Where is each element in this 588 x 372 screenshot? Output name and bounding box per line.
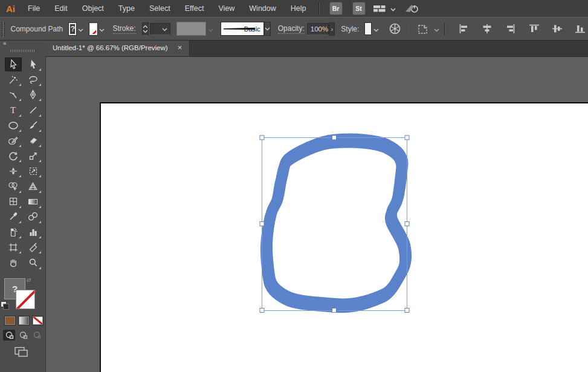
swap-fill-stroke-icon[interactable]: ⇄ [27,277,31,283]
fill-chevron-icon[interactable] [78,24,83,34]
paintbrush-tool[interactable] [25,119,42,132]
compound-path-artwork[interactable] [265,139,407,308]
pen-tool[interactable] [25,88,42,102]
menu-file[interactable]: File [21,4,47,13]
lasso-tool[interactable] [25,73,42,86]
pencil-tool[interactable] [5,134,22,148]
brush-chevron-button[interactable] [264,22,271,36]
hand-tool[interactable] [5,256,22,270]
type-tool[interactable]: T [5,103,22,117]
tools-panel-grip[interactable] [10,50,34,52]
bridge-button[interactable]: Br [329,2,343,15]
menu-window[interactable]: Window [242,4,283,13]
rotate-tool[interactable] [5,149,22,163]
selection-tool[interactable] [5,57,22,71]
column-graph-tool[interactable] [25,225,42,239]
line-segment-tool[interactable] [25,103,42,117]
menu-edit[interactable]: Edit [47,4,75,13]
opacity-panel-link[interactable]: Opacity: [278,24,305,34]
eyedropper-tool[interactable] [5,210,22,224]
isolate-chevron-icon[interactable] [434,24,439,34]
tab-close-icon[interactable]: × [178,44,183,51]
fill-color-swatch[interactable]: ? [69,23,76,35]
controlbar-separator-1 [409,23,410,35]
align-vertical-center-icon[interactable] [552,24,563,34]
canvas-area[interactable] [45,56,588,372]
artboard-tool[interactable] [5,240,22,254]
share-power-icon[interactable] [404,3,420,14]
draw-behind-button[interactable] [17,330,29,341]
style-label: Style: [341,25,359,33]
magic-wand-tool[interactable] [5,73,22,86]
opacity-arrow-button[interactable]: › [329,22,335,36]
align-group [456,24,588,34]
menu-help[interactable]: Help [283,4,314,13]
panel-collapse-icon[interactable]: « [3,40,6,47]
color-button[interactable] [4,316,16,325]
eraser-tool[interactable] [25,134,42,148]
align-vertical-top-icon[interactable] [529,24,540,34]
opacity-input[interactable]: 100% [307,23,329,35]
stroke-weight-stepper[interactable] [142,22,149,36]
svg-text:T: T [10,105,16,115]
shape-builder-tool[interactable] [5,180,22,194]
perspective-grid-tool[interactable] [25,180,42,194]
tool-grid: T [3,57,43,270]
slice-tool[interactable] [25,240,42,254]
isolate-object-icon[interactable] [416,23,430,35]
selection-type-label: Compound Path [11,25,63,33]
align-vertical-bottom-icon[interactable] [575,24,586,34]
fill-stroke-indicator: ? ⇄ [0,277,45,313]
workspace-switcher-icon[interactable] [373,4,386,13]
screen-mode-button[interactable] [13,346,29,361]
stroke-color-swatch[interactable] [89,23,97,35]
color-mode-row [4,316,44,325]
none-button[interactable] [32,316,44,325]
align-horizontal-center-icon[interactable] [482,24,493,34]
draw-normal-button[interactable] [3,330,15,341]
workspace-chevron-icon[interactable] [390,3,396,14]
ellipse-tool[interactable] [5,119,22,132]
free-transform-tool[interactable] [25,164,42,178]
gradient-tool[interactable] [25,195,42,209]
draw-inside-button[interactable] [31,330,43,341]
brush-definition-dropdown[interactable]: Basic [221,22,264,36]
default-fill-stroke-icon[interactable] [1,301,8,309]
scale-tool[interactable] [25,149,42,163]
document-tab-title: Untitled-1* @ 66.67% (RGB/Preview) [53,44,168,51]
menu-object[interactable]: Object [75,4,111,13]
direct-selection-tool[interactable] [25,57,42,71]
mesh-tool[interactable] [5,195,22,209]
stroke-chevron-icon[interactable] [99,24,105,34]
recolor-artwork-icon[interactable] [389,22,401,35]
artwork-layer[interactable] [45,56,588,372]
stroke-weight-dropdown[interactable] [150,23,171,35]
document-tab[interactable]: Untitled-1* @ 66.67% (RGB/Preview) × [45,39,190,56]
width-tool[interactable] [5,164,22,178]
fill-unknown-symbol: ? [71,25,75,33]
menu-view[interactable]: View [211,4,242,13]
drawing-modes-row [3,330,43,341]
style-chevron-icon[interactable] [373,24,379,34]
stock-button[interactable]: St [352,2,366,15]
zoom-tool[interactable] [25,256,42,270]
curvature-tool[interactable] [5,88,22,102]
align-horizontal-right-icon[interactable] [505,24,515,34]
menu-effect[interactable]: Effect [178,4,212,13]
app-logo[interactable]: Ai [0,4,21,14]
align-horizontal-left-icon[interactable] [459,24,470,34]
menubar-separator [318,2,320,15]
controlbar-separator-2 [444,23,445,35]
gradient-button[interactable] [18,316,30,325]
symbol-sprayer-tool[interactable] [5,225,22,239]
blend-tool[interactable] [25,210,42,224]
variable-width-dropdown [176,22,206,36]
stroke-proxy[interactable] [16,290,35,309]
style-swatch[interactable] [364,22,372,35]
panel-grip[interactable] [2,21,5,37]
menu-type[interactable]: Type [111,4,142,13]
stroke-panel-link[interactable]: Stroke: [113,24,136,34]
menu-select[interactable]: Select [142,4,178,13]
menu-bar: Ai File Edit Object Type Select Effect V… [0,0,588,17]
document-tab-bar: Untitled-1* @ 66.67% (RGB/Preview) × [45,39,588,57]
